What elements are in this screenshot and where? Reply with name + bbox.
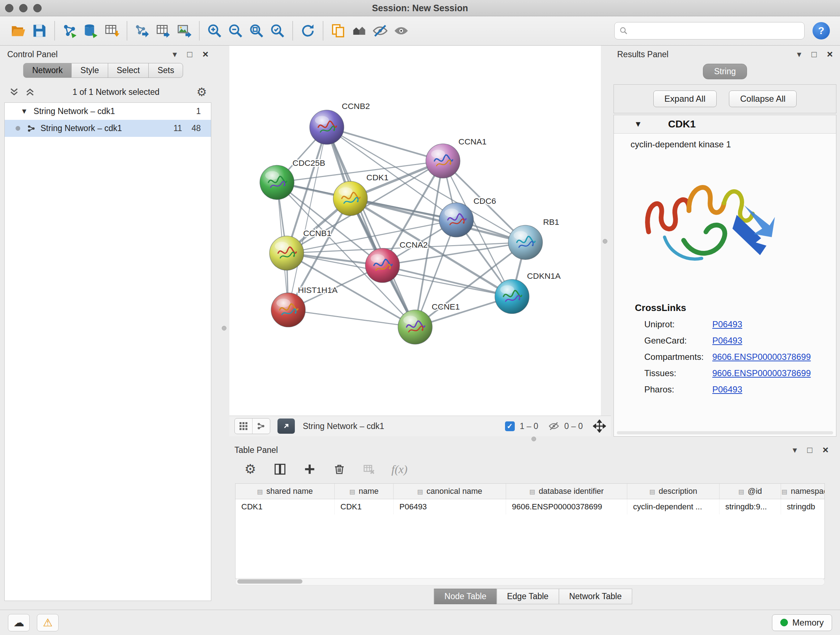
table-cell[interactable]: P06493 bbox=[393, 499, 506, 515]
crosslink-link[interactable]: 9606.ENSP00000378699 bbox=[712, 368, 836, 378]
show-columns-button[interactable] bbox=[273, 462, 287, 477]
cloud-status-button[interactable]: ☁ bbox=[8, 614, 30, 631]
network-collection-row[interactable]: ▼ String Network – cdk1 1 bbox=[5, 103, 211, 120]
zoom-window-button[interactable] bbox=[33, 4, 42, 12]
results-splitter-grip[interactable] bbox=[603, 239, 607, 244]
zoom-fit-button[interactable] bbox=[246, 20, 267, 41]
panel-close-icon[interactable]: × bbox=[823, 445, 829, 455]
export-table-button[interactable] bbox=[153, 20, 174, 41]
network-node-cdc25b[interactable]: CDC25B bbox=[260, 158, 325, 200]
minimize-window-button[interactable] bbox=[19, 4, 27, 12]
network-canvas[interactable]: CCNB2CCNA1CDC25BCDK1CDC6RB1CCNB1CCNA2CDK… bbox=[229, 46, 601, 416]
table-row[interactable]: CDK1CDK1P064939606.ENSP00000378699cyclin… bbox=[235, 499, 825, 515]
network-node-rb1[interactable]: RB1 bbox=[508, 217, 559, 260]
show-all-button[interactable] bbox=[391, 20, 412, 41]
zoom-in-button[interactable] bbox=[204, 20, 225, 41]
import-network-file-button[interactable] bbox=[59, 20, 80, 41]
tab-sets[interactable]: Sets bbox=[149, 63, 183, 78]
column-header--id[interactable]: ▤@id bbox=[720, 484, 781, 499]
tab-select[interactable]: Select bbox=[108, 63, 149, 78]
column-header-database-identifier[interactable]: ▤database identifier bbox=[506, 484, 627, 499]
export-image-button[interactable] bbox=[174, 20, 195, 41]
help-button[interactable]: ? bbox=[813, 22, 830, 40]
entry-collapse-icon[interactable]: ▼ bbox=[634, 119, 642, 129]
scrollbar-thumb[interactable] bbox=[237, 579, 302, 584]
panel-collapse-icon[interactable]: ▾ bbox=[172, 50, 177, 59]
panel-collapse-icon[interactable]: ▾ bbox=[797, 50, 801, 59]
panel-float-icon[interactable]: □ bbox=[807, 446, 813, 454]
detach-view-button[interactable] bbox=[278, 418, 295, 434]
tab-node-table[interactable]: Node Table bbox=[434, 589, 497, 604]
import-table-button[interactable] bbox=[101, 20, 122, 41]
table-cell[interactable]: stringdb bbox=[781, 499, 825, 515]
table-cell[interactable]: stringdb:9... bbox=[720, 499, 781, 515]
table-settings-button[interactable]: ⚙ bbox=[243, 462, 257, 477]
panel-collapse-icon[interactable]: ▾ bbox=[793, 446, 797, 454]
table-cell[interactable]: CDK1 bbox=[335, 499, 393, 515]
collapse-all-button[interactable]: Collapse All bbox=[729, 90, 797, 107]
tab-edge-table[interactable]: Edge Table bbox=[496, 589, 559, 604]
network-node-cdc6[interactable]: CDC6 bbox=[439, 196, 496, 237]
tab-network-table[interactable]: Network Table bbox=[559, 589, 632, 604]
zoom-selected-button[interactable] bbox=[267, 20, 288, 41]
panel-float-icon[interactable]: □ bbox=[187, 50, 193, 59]
network-node-cdkn1a[interactable]: CDKN1A bbox=[495, 271, 561, 314]
table-horizontal-scrollbar[interactable] bbox=[235, 578, 825, 585]
panel-close-icon[interactable]: × bbox=[202, 49, 208, 59]
column-header-shared-name[interactable]: ▤shared name bbox=[235, 484, 335, 499]
add-column-button[interactable] bbox=[302, 462, 317, 477]
horizontal-splitter-grip[interactable] bbox=[531, 437, 536, 441]
crosslink-link[interactable]: P06493 bbox=[712, 336, 836, 346]
collapse-all-icon[interactable] bbox=[9, 87, 19, 97]
network-edge[interactable] bbox=[288, 310, 415, 327]
network-overview-button[interactable] bbox=[252, 418, 270, 434]
column-header-canonical-name[interactable]: ▤canonical name bbox=[393, 484, 506, 499]
network-node-hist1h1a[interactable]: HIST1H1A bbox=[271, 285, 338, 327]
open-session-button[interactable] bbox=[8, 20, 29, 41]
expand-all-button[interactable]: Expand All bbox=[653, 90, 717, 107]
crosslink-link[interactable]: 9606.ENSP00000378699 bbox=[712, 352, 836, 362]
show-panels-button[interactable] bbox=[349, 20, 370, 41]
delete-column-button[interactable] bbox=[332, 462, 347, 477]
string-results-tab[interactable]: String bbox=[703, 64, 747, 79]
table-cell[interactable]: cyclin-dependent ... bbox=[627, 499, 720, 515]
network-edge[interactable] bbox=[327, 127, 415, 327]
network-edge[interactable] bbox=[288, 127, 327, 310]
export-network-button[interactable] bbox=[132, 20, 153, 41]
tab-style[interactable]: Style bbox=[72, 63, 108, 78]
results-scrollbar[interactable] bbox=[617, 431, 833, 434]
tab-network[interactable]: Network bbox=[23, 63, 72, 78]
column-header-description[interactable]: ▤description bbox=[627, 484, 720, 499]
table-cell[interactable]: 9606.ENSP00000378699 bbox=[506, 499, 627, 515]
annotation-button[interactable] bbox=[328, 20, 349, 41]
expand-all-icon[interactable] bbox=[25, 87, 35, 97]
column-header-namespac[interactable]: ▤namespac bbox=[781, 484, 825, 499]
tree-caret-icon[interactable]: ▼ bbox=[21, 107, 28, 116]
selected-checkbox[interactable]: ✓ bbox=[505, 421, 515, 431]
warnings-button[interactable]: ⚠ bbox=[37, 614, 58, 631]
function-builder-button[interactable]: f(x) bbox=[392, 463, 407, 476]
network-node-cdk1[interactable]: CDK1 bbox=[333, 173, 388, 216]
crosslink-link[interactable]: P06493 bbox=[712, 385, 836, 394]
panel-float-icon[interactable]: □ bbox=[812, 50, 817, 59]
vertical-splitter-grip[interactable] bbox=[222, 326, 226, 331]
memory-button[interactable]: Memory bbox=[772, 614, 832, 631]
pan-crosshair-icon[interactable] bbox=[593, 420, 606, 432]
import-network-database-button[interactable] bbox=[80, 20, 101, 41]
birdseye-view-button[interactable] bbox=[235, 418, 252, 434]
network-row[interactable]: String Network – cdk1 11 48 bbox=[5, 120, 211, 137]
search-input[interactable] bbox=[628, 26, 800, 36]
close-window-button[interactable] bbox=[5, 4, 13, 12]
column-header-name[interactable]: ▤name bbox=[335, 484, 393, 499]
network-edge[interactable] bbox=[327, 127, 443, 161]
table-cell[interactable]: CDK1 bbox=[235, 499, 335, 515]
search-box[interactable] bbox=[614, 22, 805, 40]
hide-selected-button[interactable] bbox=[370, 20, 391, 41]
network-node-ccna1[interactable]: CCNA1 bbox=[426, 137, 486, 178]
panel-close-icon[interactable]: × bbox=[827, 49, 833, 59]
entry-header[interactable]: ▼ CDK1 bbox=[614, 115, 836, 134]
save-session-button[interactable] bbox=[29, 20, 50, 41]
refresh-view-button[interactable] bbox=[297, 20, 318, 41]
zoom-out-button[interactable] bbox=[225, 20, 246, 41]
crosslink-link[interactable]: P06493 bbox=[712, 319, 836, 329]
